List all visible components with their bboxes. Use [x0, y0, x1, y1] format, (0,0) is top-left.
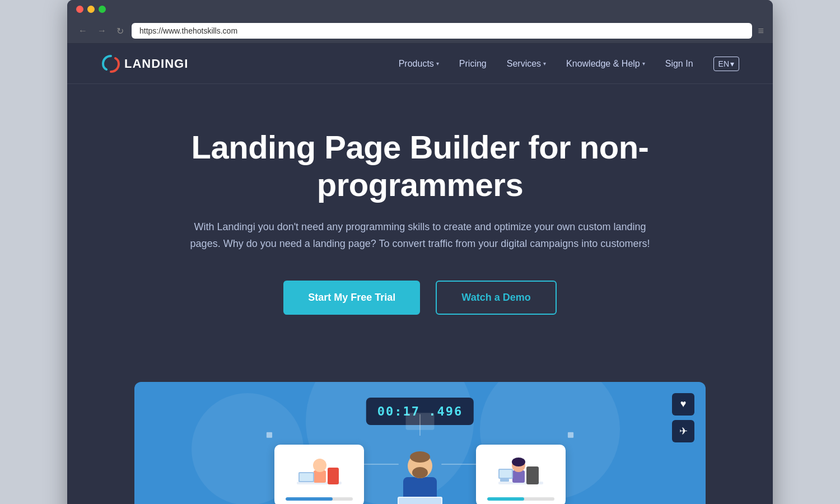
svg-rect-22: [512, 470, 525, 483]
maximize-button[interactable]: [99, 6, 106, 13]
left-card-progress: [286, 497, 353, 501]
svg-point-17: [410, 451, 430, 463]
language-chevron-icon: ▾: [730, 59, 734, 68]
svg-rect-11: [300, 473, 313, 481]
svg-rect-21: [526, 466, 539, 484]
timer-badge: 00:17 .496: [366, 398, 474, 425]
svg-rect-7: [328, 468, 339, 484]
nav-item-pricing[interactable]: Pricing: [459, 59, 487, 69]
forward-button[interactable]: →: [95, 25, 109, 37]
language-label: EN: [718, 59, 729, 68]
products-chevron-icon: ▾: [436, 60, 439, 67]
start-trial-button[interactable]: Start My Free Trial: [283, 281, 420, 315]
svg-point-9: [313, 459, 326, 472]
close-button[interactable]: [76, 6, 83, 13]
logo-text: LANDINGI: [124, 57, 188, 71]
hero-subtitle: With Landingi you don't need any program…: [179, 219, 661, 252]
action-icons: ♥ ✈: [672, 393, 694, 442]
person-left-illustration: [294, 451, 344, 493]
language-selector[interactable]: EN ▾: [713, 57, 739, 71]
minimize-button[interactable]: [87, 6, 95, 13]
browser-titlebar: [67, 0, 773, 18]
svg-rect-4: [568, 432, 573, 437]
person-card-left: [274, 445, 364, 504]
person-card-right: [476, 445, 566, 504]
hero-buttons: Start My Free Trial Watch a Demo: [101, 281, 739, 315]
sign-in-link[interactable]: Sign In: [665, 59, 693, 69]
svg-point-24: [512, 458, 525, 466]
hero-section: Landing Page Builder for non-programmers…: [67, 84, 773, 382]
browser-menu-icon[interactable]: ≡: [758, 25, 764, 37]
watch-demo-button[interactable]: Watch a Demo: [436, 281, 556, 315]
nav-links: Products ▾ Pricing Services ▾ Knowledge …: [399, 57, 739, 71]
address-bar[interactable]: [132, 23, 752, 39]
nav-item-services[interactable]: Services ▾: [507, 59, 546, 69]
heart-icon-button[interactable]: ♥: [672, 393, 694, 416]
logo-icon: [101, 54, 121, 74]
back-button[interactable]: ←: [76, 25, 90, 37]
site-navigation: LANDINGI Products ▾ Pricing Services ▾ K…: [67, 44, 773, 84]
traffic-lights: [76, 6, 106, 13]
nav-item-knowledge-help[interactable]: Knowledge & Help ▾: [566, 59, 645, 69]
demo-container: 00:17 .496: [67, 382, 773, 504]
refresh-button[interactable]: ↻: [114, 25, 126, 38]
svg-point-16: [412, 467, 428, 478]
svg-rect-27: [500, 479, 509, 482]
browser-nav: ← → ↻ ≡: [67, 18, 773, 44]
svg-rect-26: [500, 470, 512, 478]
hero-title: Landing Page Builder for non-programmers: [101, 129, 739, 203]
send-icon: ✈: [679, 425, 688, 437]
heart-icon: ♥: [680, 398, 687, 410]
nav-item-products[interactable]: Products ▾: [399, 59, 439, 69]
right-progress-fill: [487, 497, 524, 501]
center-person-illustration: [381, 432, 459, 504]
nav-products-label: Products: [399, 59, 434, 69]
demo-section: 00:17 .496: [134, 382, 706, 504]
nav-knowledge-label: Knowledge & Help: [566, 59, 640, 69]
page-content: LANDINGI Products ▾ Pricing Services ▾ K…: [67, 44, 773, 504]
browser-window: ← → ↻ ≡ LANDINGI Products ▾: [67, 0, 773, 504]
nav-services-label: Services: [507, 59, 541, 69]
svg-rect-8: [314, 470, 326, 483]
person-right-illustration: [496, 451, 546, 493]
knowledge-chevron-icon: ▾: [642, 60, 645, 67]
right-card-progress: [487, 497, 554, 501]
send-icon-button[interactable]: ✈: [672, 420, 694, 442]
svg-rect-3: [267, 432, 272, 437]
svg-rect-19: [399, 498, 441, 504]
left-progress-fill: [286, 497, 333, 501]
nav-pricing-label: Pricing: [459, 59, 487, 69]
services-chevron-icon: ▾: [543, 60, 546, 67]
logo[interactable]: LANDINGI: [101, 54, 188, 74]
center-figure: [381, 432, 459, 504]
